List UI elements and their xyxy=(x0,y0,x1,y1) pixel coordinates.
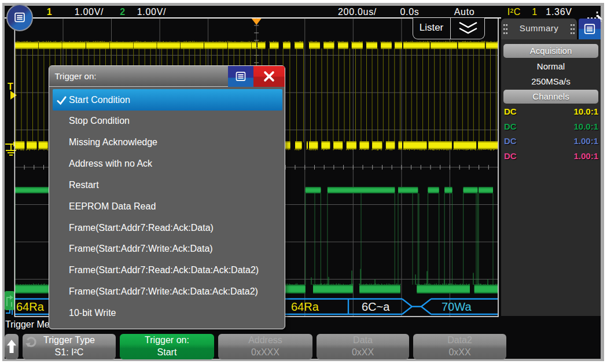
svg-text:64Ra: 64Ra xyxy=(291,300,319,313)
svg-text:T: T xyxy=(8,82,13,91)
svg-text:64Ra: 64Ra xyxy=(16,300,45,313)
svg-text:70Wa: 70Wa xyxy=(442,300,472,313)
svg-text:6C~a: 6C~a xyxy=(362,300,390,313)
